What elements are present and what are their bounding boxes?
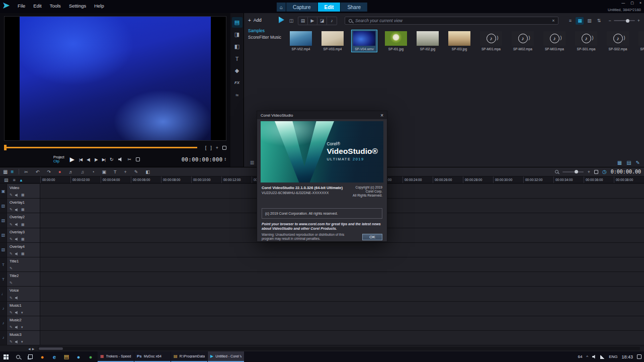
minimize-icon[interactable]: —: [621, 1, 625, 5]
network-tray-icon[interactable]: [600, 355, 605, 359]
mute-track-icon[interactable]: [15, 194, 19, 197]
track-header[interactable]: Music1 ✎ ▦ ▾: [7, 302, 40, 316]
dialog-close-icon[interactable]: ×: [380, 113, 383, 118]
folder-samples[interactable]: Samples: [248, 28, 284, 33]
detail-view-icon[interactable]: ▥: [585, 17, 593, 25]
track-header[interactable]: Voice ✎ ▦ ▾: [7, 287, 40, 301]
prev-frame-button[interactable]: ◀|: [87, 157, 90, 162]
audio-filter-icon[interactable]: ♪: [327, 17, 337, 25]
green-app-icon[interactable]: ●: [85, 351, 97, 362]
task-view-button[interactable]: [24, 351, 36, 362]
menu-file[interactable]: File: [14, 3, 29, 9]
scroll-left-icon[interactable]: ◀: [28, 347, 31, 350]
track-lane[interactable]: [40, 302, 644, 316]
filter-icon[interactable]: FX: [232, 77, 243, 88]
track-header[interactable]: Music2 ✎ ▦ ▾: [7, 316, 40, 330]
video-filter-icon[interactable]: ▶: [308, 17, 317, 25]
enlarge-preview-icon[interactable]: [136, 157, 140, 161]
tab-capture[interactable]: Capture: [286, 3, 317, 12]
timecode-spinner[interactable]: ▲ ▼: [224, 157, 226, 162]
instant-project-icon[interactable]: ◨: [232, 29, 243, 40]
explorer-window-button[interactable]: ▤ R:\ProgramData\U...: [171, 351, 207, 362]
media-info-icon[interactable]: ▥: [248, 159, 256, 166]
track-header[interactable]: Overlay4 ✎ ▦ ▾: [7, 243, 40, 257]
title-icon[interactable]: T: [232, 53, 243, 64]
library-item[interactable]: ♪ SP-M02.mpa: [510, 30, 535, 52]
record-capture-icon[interactable]: ●: [58, 169, 61, 174]
start-button[interactable]: [0, 351, 12, 362]
redo-icon[interactable]: ↷: [47, 169, 51, 174]
all-media-filter-icon[interactable]: ▤: [298, 17, 308, 25]
edge-icon[interactable]: e: [48, 351, 60, 362]
search-input[interactable]: [355, 18, 549, 23]
spin-down-icon[interactable]: ▼: [224, 159, 226, 162]
next-frame-button[interactable]: |▶: [95, 157, 98, 162]
track-lane[interactable]: [40, 257, 644, 272]
expand-track-icon[interactable]: ▾: [21, 325, 23, 329]
menu-settings[interactable]: Settings: [65, 3, 90, 9]
language-indicator[interactable]: ENG: [609, 354, 617, 359]
add-marker-icon[interactable]: +: [216, 145, 218, 150]
mute-track-icon[interactable]: [15, 208, 19, 212]
media-thumbnail[interactable]: ♪: [321, 31, 344, 46]
maximize-icon[interactable]: ▢: [630, 1, 634, 5]
photo-filter-icon[interactable]: ◪: [317, 17, 327, 25]
track-transition-icon[interactable]: ◧: [145, 169, 150, 174]
clear-search-icon[interactable]: ×: [552, 18, 554, 23]
track-lane[interactable]: [40, 316, 644, 330]
library-item[interactable]: ♪ SP-I02.jpg: [415, 30, 440, 52]
ripple-edit-icon[interactable]: ✎: [10, 311, 13, 315]
library-item[interactable]: ♪ SP-S03.mpa: [637, 30, 644, 52]
track-lane[interactable]: [40, 287, 644, 301]
mute-track-icon[interactable]: [15, 252, 19, 255]
add-button[interactable]: Add: [254, 18, 262, 23]
transition-icon[interactable]: ◧: [232, 41, 243, 52]
timeline-view-icon[interactable]: ≡: [11, 169, 14, 174]
project-mode-label[interactable]: Project: [53, 155, 64, 159]
track-lane[interactable]: [40, 243, 644, 257]
ripple-edit-icon[interactable]: ✎: [10, 281, 13, 285]
hidden-icons-chevron[interactable]: ^: [586, 354, 588, 359]
play-button[interactable]: ▶: [70, 156, 74, 163]
storyboard-view-icon[interactable]: ▦: [3, 169, 8, 174]
folder-scorefitter-music[interactable]: ScoreFitter Music: [248, 35, 284, 40]
media-thumbnail[interactable]: ♪: [480, 31, 502, 46]
track-manager-icon[interactable]: ▤: [4, 177, 9, 183]
project-clip-toggle[interactable]: Project Clip: [53, 155, 64, 163]
split-icon[interactable]: ✂: [24, 169, 28, 174]
mute-track-icon[interactable]: [15, 325, 19, 329]
library-item[interactable]: ♪ SP-S02.mpa: [605, 30, 630, 52]
ripple-edit-icon[interactable]: ✎: [10, 223, 13, 227]
volume-icon[interactable]: [118, 157, 123, 162]
volume-tray-icon[interactable]: [592, 355, 596, 359]
media-thumbnail[interactable]: ♪: [543, 31, 566, 46]
library-item[interactable]: ♪ SP-I03.jpg: [447, 30, 472, 52]
library-item[interactable]: ♪ SP-V04.wmv: [352, 30, 377, 52]
ripple-edit-icon[interactable]: ✎: [10, 252, 13, 256]
media-thumbnail[interactable]: ♪: [290, 31, 312, 46]
library-item[interactable]: ♪ SP-M03.mpa: [542, 30, 567, 52]
mark-in-icon[interactable]: [: [205, 145, 207, 150]
library-item[interactable]: ♪ SP-M01.mpa: [478, 30, 504, 52]
menu-tools[interactable]: Tools: [46, 3, 65, 9]
ripple-edit-icon[interactable]: ✎: [10, 208, 13, 212]
track-header[interactable]: Title2 ✎ ▦ ▾: [7, 272, 40, 286]
menu-edit[interactable]: Edit: [29, 3, 45, 9]
mute-track-icon[interactable]: [15, 223, 19, 226]
track-header[interactable]: Overlay2 ✎ ▦ ▾: [7, 213, 40, 227]
split-clip-icon[interactable]: ✂: [128, 157, 132, 162]
ripple-edit-icon[interactable]: ✎: [10, 340, 13, 344]
library-item[interactable]: ♪ SP-V03.mp4: [320, 30, 345, 52]
thumbnail-view-icon[interactable]: ▦: [576, 17, 584, 25]
subtitle-icon[interactable]: T: [114, 169, 117, 174]
fit-project-icon[interactable]: [594, 170, 598, 174]
track-fx-icon[interactable]: ▦: [21, 252, 25, 256]
mute-track-icon[interactable]: [15, 311, 19, 314]
ok-button[interactable]: OK: [362, 234, 382, 240]
track-lane[interactable]: [40, 331, 644, 345]
home-icon[interactable]: ⌂: [277, 3, 286, 12]
media-thumbnail[interactable]: ♪: [575, 31, 597, 46]
media-thumbnail[interactable]: ♪: [607, 31, 629, 46]
media-thumbnail[interactable]: ♪: [448, 31, 470, 46]
list-view-icon[interactable]: ≡: [566, 17, 574, 25]
